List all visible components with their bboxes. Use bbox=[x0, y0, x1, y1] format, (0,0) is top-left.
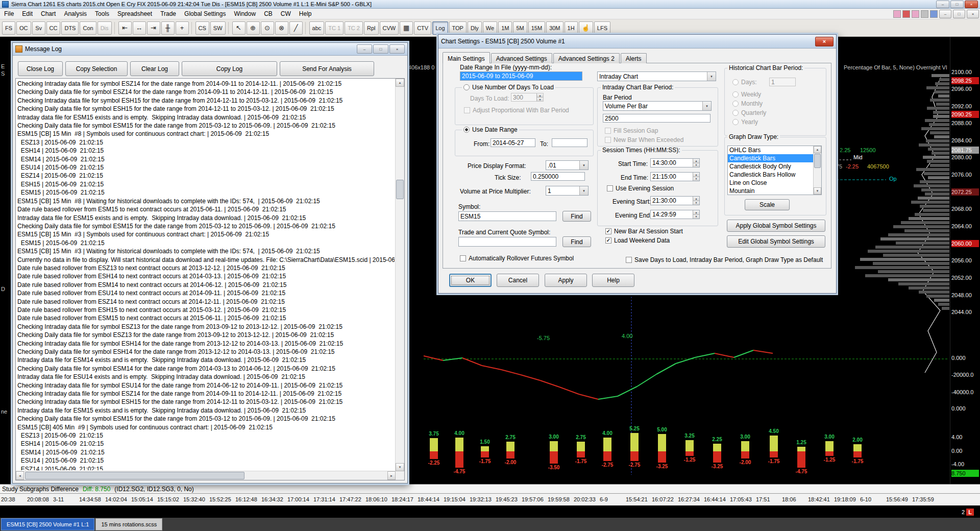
toolbar-button-5m[interactable]: 5M bbox=[513, 21, 527, 35]
maximize-icon[interactable]: □ bbox=[373, 44, 388, 54]
chevron-down-icon[interactable]: ▼ bbox=[579, 186, 588, 195]
horizontal-scroll-thumb[interactable] bbox=[25, 472, 244, 479]
evening-end-field[interactable]: 14:29:59 ▲▼ bbox=[650, 210, 700, 219]
price-display-format-dropdown[interactable]: .01 ▼ bbox=[546, 160, 589, 170]
chart-values-tool-icon[interactable]: ╫ bbox=[161, 21, 175, 35]
checkbox-icon[interactable] bbox=[605, 128, 611, 134]
save-defaults-checkbox[interactable]: Save Days to Load, Intraday Bar Period, … bbox=[626, 256, 823, 263]
graph-draw-type-option-candlestick-body-only[interactable]: Candlestick Body Only bbox=[728, 162, 814, 171]
scroll-down-icon[interactable]: ▼ bbox=[396, 463, 404, 471]
cancel-button[interactable]: Cancel bbox=[497, 274, 539, 287]
menu-item-cb[interactable]: CB bbox=[260, 9, 277, 18]
find-trade-symbol-button[interactable]: Find bbox=[562, 236, 591, 247]
close-icon[interactable]: × bbox=[815, 37, 834, 46]
graph-draw-type-option-candlestick-bars[interactable]: Candlestick Bars bbox=[728, 154, 814, 162]
menu-item-file[interactable]: File bbox=[0, 9, 18, 18]
menu-item-spreadsheet[interactable]: Spreadsheet bbox=[113, 9, 156, 18]
scroll-down-icon[interactable]: ▼ bbox=[814, 187, 821, 195]
zoom-out-icon[interactable]: ⊗ bbox=[275, 21, 288, 35]
copy-selection-button[interactable]: Copy Selection bbox=[65, 61, 128, 76]
line-tool-icon[interactable]: ╱ bbox=[289, 21, 303, 35]
toolbar-button-1m[interactable]: 1M bbox=[498, 21, 512, 35]
crosshair-icon[interactable]: + bbox=[176, 21, 189, 35]
toolbar-button-cvw[interactable]: CVW bbox=[380, 21, 399, 35]
checkbox-icon[interactable] bbox=[605, 237, 611, 244]
toolbar-button-dts[interactable]: DTS bbox=[61, 21, 79, 35]
checkbox-icon[interactable] bbox=[626, 257, 632, 263]
monthly-radio[interactable]: Monthly bbox=[732, 100, 763, 107]
menu-item-analysis[interactable]: Analysis bbox=[60, 9, 91, 18]
checkbox-icon[interactable] bbox=[607, 185, 613, 191]
copy-log-button[interactable]: Copy Log bbox=[182, 61, 277, 76]
days-to-load-field[interactable]: 300 ▲▼ bbox=[511, 93, 544, 102]
trade-symbol-field[interactable] bbox=[458, 237, 556, 247]
vertical-scroll-thumb[interactable] bbox=[396, 180, 404, 199]
graph-draw-type-option-line-on-close[interactable]: Line on Close bbox=[728, 179, 814, 187]
start-time-spinner[interactable]: ▲▼ bbox=[693, 159, 699, 167]
radio-icon[interactable] bbox=[463, 127, 470, 133]
list-scrollbar[interactable]: ▲ ▼ bbox=[813, 146, 821, 195]
ok-button[interactable]: OK bbox=[449, 274, 492, 287]
apply-global-symbol-settings-button[interactable]: Apply Global Symbol Settings bbox=[727, 220, 825, 232]
alert-pink2-icon[interactable] bbox=[912, 10, 919, 18]
end-time-field[interactable]: 21:15:00 ▲▼ bbox=[650, 172, 700, 181]
fill-session-gap-checkbox[interactable]: Fill Session Gap bbox=[605, 127, 658, 134]
load-weekend-data-checkbox[interactable]: Load Weekend Data bbox=[605, 237, 670, 244]
toolbar-button-1h[interactable]: 1H bbox=[565, 21, 578, 35]
radio-icon[interactable] bbox=[732, 79, 739, 85]
app-close-icon[interactable]: × bbox=[965, 1, 978, 8]
log-area[interactable]: Checking Intraday data file for symbol E… bbox=[15, 78, 405, 480]
toolbar-button-text-tool[interactable]: abc bbox=[309, 21, 325, 35]
checkbox-icon[interactable] bbox=[460, 255, 466, 261]
evening-start-spinner[interactable]: ▲▼ bbox=[693, 197, 699, 205]
radio-icon[interactable] bbox=[732, 119, 739, 125]
chevron-down-icon[interactable]: ▼ bbox=[707, 72, 716, 81]
app-minimize-icon[interactable]: – bbox=[936, 1, 949, 8]
message-log-titlebar[interactable]: Message Log – □ × bbox=[13, 43, 407, 56]
menu-item-tools[interactable]: Tools bbox=[91, 9, 113, 18]
toolbar-button-top[interactable]: TOP bbox=[449, 21, 467, 35]
days-to-load-spinner[interactable]: ▲▼ bbox=[536, 93, 543, 101]
toolbar-button-tc1[interactable]: TC 1 bbox=[325, 21, 344, 35]
time-axis[interactable]: 20:3820:08:083-1114:34:5814:02:0415:05:1… bbox=[0, 493, 980, 505]
quarterly-radio[interactable]: Quarterly bbox=[732, 109, 766, 116]
graph-draw-type-option-candlestick-bars-hollow[interactable]: Candlestick Bars Hollow bbox=[728, 171, 814, 179]
radio-icon[interactable] bbox=[732, 110, 739, 116]
toolbar-button-dis[interactable]: Dis bbox=[97, 21, 112, 35]
mdi-close-icon[interactable]: × bbox=[967, 10, 979, 18]
log-vertical-scrollbar[interactable]: ▲ ▼ bbox=[395, 79, 404, 471]
bar-period-type-dropdown[interactable]: Volume Per Bar ▼ bbox=[603, 101, 712, 111]
toolbar-button-we[interactable]: We bbox=[483, 21, 497, 35]
toolbar-button-cs[interactable]: CS bbox=[195, 21, 209, 35]
tab-alerts[interactable]: Alerts bbox=[621, 53, 647, 63]
date-range-field[interactable]: 2015-06-09 to 2015-06-09 bbox=[460, 71, 582, 81]
edit-global-symbol-settings-button[interactable]: Edit Global Symbol Settings bbox=[727, 235, 825, 248]
bar-spacing-decrease-icon[interactable]: ⇤ bbox=[118, 21, 132, 35]
zoom-in-icon[interactable]: ⊕ bbox=[247, 21, 260, 35]
scroll-left-icon[interactable]: ◄ bbox=[16, 471, 24, 480]
graph-draw-type-option-mountain[interactable]: Mountain bbox=[728, 187, 814, 195]
mdi-minimize-icon[interactable]: – bbox=[939, 10, 951, 18]
toolbar-button-cc[interactable]: CC bbox=[46, 21, 61, 35]
send-for-analysis-button[interactable]: Send For Analysis bbox=[280, 61, 374, 76]
adjust-proportional-checkbox[interactable]: Adjust Proportional With Bar Period bbox=[464, 107, 569, 114]
close-log-button[interactable]: Close Log bbox=[18, 61, 63, 76]
toolbar-button-15m[interactable]: 15M bbox=[528, 21, 545, 35]
clear-log-button[interactable]: Clear Log bbox=[130, 61, 179, 76]
use-date-range-radio[interactable]: Use Date Range bbox=[462, 126, 519, 133]
menu-item-chart[interactable]: Chart bbox=[37, 9, 60, 18]
toolbar-button-sw[interactable]: SW bbox=[210, 21, 226, 35]
scale-button[interactable]: Scale bbox=[745, 199, 790, 210]
toolbar-button-lfs[interactable]: LFS bbox=[594, 21, 610, 35]
end-time-spinner[interactable]: ▲▼ bbox=[693, 173, 699, 181]
scroll-up-icon[interactable]: ▲ bbox=[814, 146, 821, 153]
close-icon[interactable]: × bbox=[389, 44, 405, 54]
toolbar-button-sv[interactable]: Sv bbox=[32, 21, 45, 35]
start-time-field[interactable]: 14:30:00 ▲▼ bbox=[650, 158, 700, 167]
bar-period-value-field[interactable]: 2500 bbox=[603, 114, 710, 123]
toolbar-button-fs[interactable]: FS bbox=[2, 21, 15, 35]
evening-start-field[interactable]: 21:30:00 ▲▼ bbox=[650, 196, 700, 205]
hand-tool-icon[interactable]: ☝ bbox=[579, 21, 593, 35]
toolbar-button-30m[interactable]: 30M bbox=[546, 21, 563, 35]
chart-type-dropdown[interactable]: Intraday Chart ▼ bbox=[597, 71, 716, 81]
